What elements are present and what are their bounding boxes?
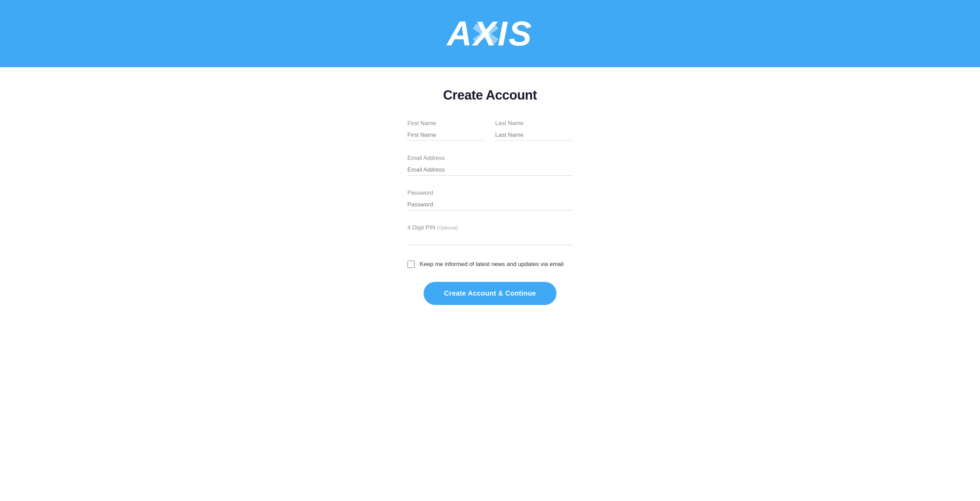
last-name-label: Last Name: [495, 120, 573, 127]
create-account-button[interactable]: Create Account & Continue: [423, 282, 557, 305]
pin-label: 4 Digit PIN (Optional): [407, 224, 573, 231]
main-content: Create Account First Name Last Name Emai…: [0, 67, 980, 501]
email-label: Email Address: [407, 155, 573, 161]
logo-is: IS: [498, 14, 533, 53]
pin-optional-label: (Optional): [437, 225, 458, 231]
first-name-field: First Name: [407, 120, 485, 141]
logo-a: A: [447, 14, 473, 53]
app-header: AXIS: [0, 0, 980, 67]
newsletter-checkbox-row: Keep me informed of latest news and upda…: [407, 260, 573, 268]
logo-x: X: [474, 14, 498, 53]
pin-input[interactable]: [407, 234, 573, 245]
email-field: Email Address: [407, 155, 573, 176]
pin-field: 4 Digit PIN (Optional): [407, 224, 573, 245]
password-field: Password: [407, 190, 573, 211]
password-label: Password: [407, 190, 573, 196]
name-row: First Name Last Name: [407, 120, 573, 141]
password-input[interactable]: [407, 199, 573, 211]
last-name-field: Last Name: [495, 120, 573, 141]
newsletter-checkbox-label[interactable]: Keep me informed of latest news and upda…: [420, 261, 564, 268]
page-title: Create Account: [443, 88, 537, 103]
app-logo: AXIS: [447, 14, 533, 53]
first-name-label: First Name: [407, 120, 485, 127]
email-input[interactable]: [407, 164, 573, 176]
newsletter-checkbox[interactable]: [407, 260, 415, 268]
first-name-input[interactable]: [407, 129, 485, 141]
create-account-form: First Name Last Name Email Address Passw…: [407, 120, 573, 305]
last-name-input[interactable]: [495, 129, 573, 141]
